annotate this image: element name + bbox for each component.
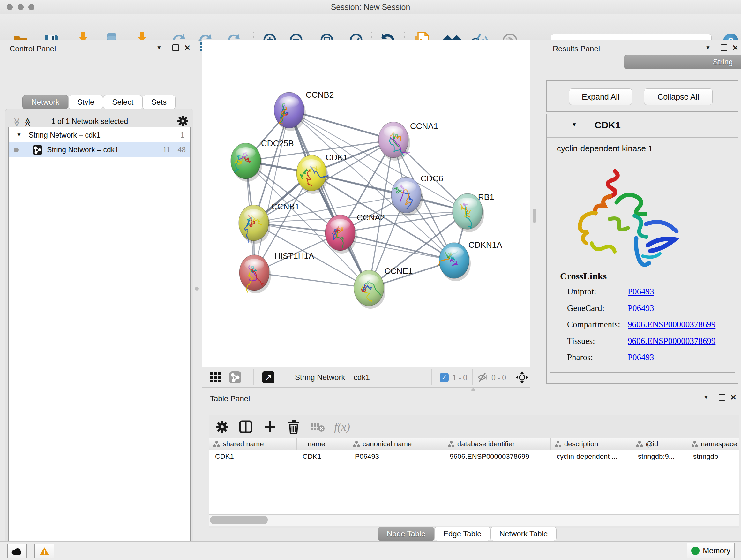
- tab-network-table[interactable]: Network Table: [490, 527, 557, 541]
- expand-all-button[interactable]: Expand All: [569, 88, 632, 105]
- results-entry-box: ▼ CDK1 cyclin-dependent kinase 1: [546, 114, 738, 384]
- detach-view-icon[interactable]: ↗: [262, 371, 274, 383]
- memory-status-dot-icon: [691, 547, 699, 555]
- network-view-share-icon[interactable]: [229, 371, 241, 383]
- delete-table-icon[interactable]: [309, 418, 327, 436]
- control-panel-collapse-icon[interactable]: ▼: [156, 45, 162, 51]
- network-node-CCNA1[interactable]: [379, 122, 410, 161]
- table-panel-float-icon[interactable]: [719, 394, 725, 401]
- network-edge[interactable]: [254, 110, 289, 273]
- selected-checkbox-icon[interactable]: ✓: [440, 373, 449, 382]
- function-builder-icon[interactable]: f(x): [333, 418, 351, 436]
- tab-style[interactable]: Style: [68, 95, 103, 109]
- birdseye-toggle-icon[interactable]: [516, 371, 529, 384]
- table-panel-body: f(x) shared namenamecanonical namedataba…: [209, 415, 739, 528]
- table-panel: Table Panel ▼ ✕ f(x) shared namenamecano…: [202, 391, 741, 542]
- gene-symbol: CDK1: [595, 120, 621, 131]
- tab-node-table[interactable]: Node Table: [378, 527, 434, 541]
- warning-button[interactable]: [35, 544, 54, 558]
- results-panel-collapse-icon[interactable]: ▼: [705, 45, 711, 51]
- control-panel-close-icon[interactable]: ✕: [184, 44, 191, 52]
- network-row[interactable]: String Network – cdk1 11 48: [9, 142, 190, 157]
- table-cell[interactable]: CDK1: [297, 450, 349, 463]
- tab-edge-table[interactable]: Edge Table: [434, 527, 490, 541]
- network-node-CDC25B[interactable]: [231, 143, 262, 182]
- table-cell[interactable]: stringdb:9...: [632, 450, 687, 463]
- crosslink-label: Tissues:: [567, 336, 595, 346]
- crosslink-link[interactable]: 9606.ENSP00000378699: [628, 320, 716, 329]
- grid-view-icon[interactable]: [210, 372, 221, 383]
- tab-sets[interactable]: Sets: [142, 95, 176, 109]
- delete-column-icon[interactable]: [285, 418, 302, 436]
- node-label-CCNA2: CCNA2: [357, 212, 385, 222]
- network-canvas[interactable]: CCNB2CCNA1CDC25BCDK1CDC6RB1CCNB1CCNA2CDK…: [202, 40, 530, 367]
- network-node-CCNB2[interactable]: [274, 92, 306, 131]
- network-edge[interactable]: [289, 110, 369, 288]
- table-row[interactable]: CDK1CDK1P064939606.ENSP00000378699cyclin…: [209, 450, 739, 463]
- table-cell[interactable]: 9606.ENSP00000378699: [444, 450, 551, 463]
- crosslink-link[interactable]: 9606.ENSP00000378699: [628, 336, 716, 346]
- crosslink-link[interactable]: P06493: [628, 303, 654, 313]
- node-table: shared namenamecanonical namedatabase id…: [209, 438, 739, 514]
- table-panel-close-icon[interactable]: ✕: [730, 393, 737, 402]
- show-columns-icon[interactable]: [237, 418, 255, 436]
- control-panel: Control Panel ▼ ✕ NetworkStyleSelectSets…: [0, 40, 198, 542]
- tab-string[interactable]: String: [624, 55, 741, 69]
- warning-icon: [40, 547, 49, 556]
- results-panel-float-icon[interactable]: [721, 44, 727, 51]
- table-cell[interactable]: CDK1: [209, 450, 297, 463]
- tab-select[interactable]: Select: [103, 95, 142, 109]
- network-name: String Network – cdk1: [47, 145, 119, 154]
- network-node-count: 11: [163, 145, 171, 154]
- table-options-gear-icon[interactable]: [213, 418, 231, 436]
- table-cell[interactable]: cyclin-dependent ...: [551, 450, 632, 463]
- network-node-CCNB1[interactable]: [239, 205, 270, 244]
- column-header-database-identifier[interactable]: database identifier: [444, 438, 551, 450]
- network-node-CCNE1[interactable]: [354, 270, 386, 309]
- table-horizontal-scrollbar[interactable]: [209, 514, 739, 525]
- node-label-HIST1H1A: HIST1H1A: [274, 251, 314, 261]
- table-tabs: Node TableEdge TableNetwork Table: [378, 527, 556, 541]
- statusbar-network-name: String Network – cdk1: [295, 373, 370, 382]
- memory-button[interactable]: Memory: [687, 543, 735, 558]
- column-header-canonical-name[interactable]: canonical name: [349, 438, 444, 450]
- column-header-shared-name[interactable]: shared name: [209, 438, 297, 450]
- crosslink-link[interactable]: P06493: [628, 353, 654, 362]
- collapse-all-button[interactable]: Collapse All: [644, 88, 713, 105]
- control-panel-float-icon[interactable]: [172, 44, 179, 51]
- hidden-eye-icon[interactable]: [477, 373, 489, 382]
- network-tree: ▼ String Network – cdk1 1 String Network…: [8, 127, 191, 560]
- left-splitter-handle[interactable]: [195, 287, 199, 291]
- network-options-gear-icon[interactable]: [177, 115, 189, 127]
- column-header-description[interactable]: description: [551, 438, 632, 450]
- crosslink-link[interactable]: P06493: [628, 287, 654, 297]
- column-header--id[interactable]: @id: [632, 438, 687, 450]
- gene-description: cyclin-dependent kinase 1: [557, 144, 653, 153]
- network-view-statusbar: ↗ String Network – cdk1 ✓ 1 - 0 0 - 0: [202, 367, 530, 388]
- column-header-namespace[interactable]: namespace: [687, 438, 739, 450]
- table-toolbar: f(x): [209, 415, 739, 438]
- right-splitter-handle[interactable]: [533, 209, 536, 223]
- gene-collapse-caret-icon[interactable]: ▼: [571, 122, 577, 128]
- network-node-HIST1H1A[interactable]: [239, 255, 271, 294]
- gene-header-row[interactable]: ▼ CDK1: [547, 114, 738, 138]
- network-edge-count: 48: [178, 145, 186, 154]
- network-node-CDKN1A[interactable]: [438, 243, 471, 281]
- add-column-icon[interactable]: [261, 418, 279, 436]
- results-actions-box: Expand All Collapse All: [546, 80, 738, 112]
- results-panel-close-icon[interactable]: ✕: [732, 44, 738, 52]
- collection-name: String Network – cdk1: [29, 131, 100, 139]
- network-edge[interactable]: [254, 273, 369, 288]
- table-cell[interactable]: P06493: [349, 450, 444, 463]
- cloud-button[interactable]: [7, 544, 27, 558]
- table-panel-collapse-icon[interactable]: ▼: [703, 394, 709, 401]
- network-node-CDK1[interactable]: [296, 155, 329, 194]
- protein-structure-image: [562, 162, 684, 281]
- tab-network[interactable]: Network: [22, 95, 68, 109]
- collection-count: 1: [180, 131, 185, 139]
- tree-expander-icon[interactable]: ▼: [16, 132, 22, 138]
- column-header-name[interactable]: name: [297, 438, 349, 450]
- table-cell[interactable]: stringdb: [687, 450, 739, 463]
- scrollbar-thumb[interactable]: [210, 516, 268, 524]
- network-collection-row[interactable]: ▼ String Network – cdk1 1: [9, 128, 190, 142]
